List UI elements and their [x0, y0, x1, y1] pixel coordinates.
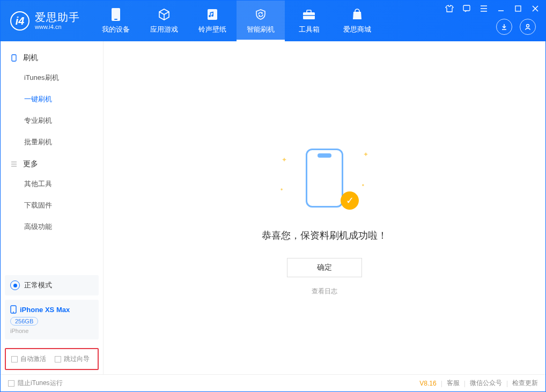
- checkbox-skip-guide[interactable]: 跳过向导: [55, 354, 90, 364]
- svg-rect-4: [307, 10, 311, 13]
- sidebar-item-itunes[interactable]: iTunes刷机: [1, 67, 103, 88]
- main-body: 刷机 iTunes刷机 一键刷机 专业刷机 批量刷机 更多 其他工具 下载固件 …: [1, 41, 545, 374]
- device-capacity: 256GB: [10, 317, 38, 326]
- tab-tools[interactable]: 工具箱: [285, 1, 333, 41]
- sidebar-item-onekey[interactable]: 一键刷机: [1, 88, 103, 110]
- app-url: www.i4.cn: [35, 24, 80, 30]
- main-content: ✦✦•• ✓ 恭喜您，保资料刷机成功啦！ 确定 查看日志: [104, 41, 545, 374]
- wechat-link[interactable]: 微信公众号: [470, 379, 502, 388]
- svg-point-8: [527, 25, 529, 27]
- svg-rect-9: [12, 55, 16, 61]
- mode-card[interactable]: 正常模式: [5, 275, 99, 295]
- statusbar: 阻止iTunes运行 V8.16 | 客服 | 微信公众号 | 检查更新: [1, 374, 545, 391]
- sidebar-item-other[interactable]: 其他工具: [1, 173, 103, 195]
- minimize-icon[interactable]: [496, 4, 506, 13]
- list-icon: [10, 160, 18, 168]
- titlebar: i4 爱思助手 www.i4.cn 我的设备 应用游戏 铃声壁纸 智能刷机: [1, 1, 545, 41]
- sidebar-item-batch[interactable]: 批量刷机: [1, 131, 103, 153]
- tab-store[interactable]: 爱思商城: [333, 1, 381, 41]
- checkbox-block-itunes[interactable]: 阻止iTunes运行: [8, 379, 63, 388]
- tab-ringtones[interactable]: 铃声壁纸: [188, 1, 237, 41]
- checkbox-auto-activate[interactable]: 自动激活: [11, 354, 46, 364]
- tab-device[interactable]: 我的设备: [92, 1, 140, 41]
- success-illustration: ✦✦•• ✓: [292, 149, 357, 213]
- app-name: 爱思助手: [35, 12, 80, 23]
- flash-options: 自动激活 跳过向导: [5, 348, 99, 370]
- refresh-shield-icon: [254, 8, 268, 21]
- logo-icon: i4: [10, 11, 29, 31]
- svg-rect-2: [208, 9, 217, 20]
- bag-icon: [350, 8, 364, 21]
- view-log-link[interactable]: 查看日志: [312, 287, 337, 296]
- toolbox-icon: [302, 8, 316, 21]
- sidebar-item-pro[interactable]: 专业刷机: [1, 110, 103, 131]
- svg-point-11: [13, 312, 14, 313]
- device-card[interactable]: iPhone XS Max 256GB iPhone: [5, 300, 99, 339]
- support-link[interactable]: 客服: [447, 379, 460, 388]
- maximize-icon[interactable]: [513, 4, 523, 13]
- cube-icon: [157, 8, 171, 21]
- device-type: iPhone: [10, 328, 93, 334]
- tab-apps[interactable]: 应用游戏: [140, 1, 188, 41]
- feedback-icon[interactable]: [462, 4, 471, 13]
- tab-flash[interactable]: 智能刷机: [237, 1, 285, 41]
- sidebar-group-more: 更多: [1, 153, 103, 173]
- svg-rect-5: [303, 15, 315, 16]
- sidebar: 刷机 iTunes刷机 一键刷机 专业刷机 批量刷机 更多 其他工具 下载固件 …: [1, 41, 104, 374]
- music-file-icon: [205, 8, 219, 21]
- mode-dot-icon: [10, 280, 20, 290]
- device-phone-icon: [10, 305, 17, 314]
- svg-rect-6: [463, 5, 470, 11]
- main-tabs: 我的设备 应用游戏 铃声壁纸 智能刷机 工具箱 爱思商城: [92, 1, 381, 41]
- download-icon[interactable]: [496, 19, 512, 35]
- app-logo: i4 爱思助手 www.i4.cn: [1, 1, 92, 41]
- phone-icon: [109, 8, 123, 21]
- version-label: V8.16: [419, 380, 436, 387]
- device-name: iPhone XS Max: [20, 306, 70, 314]
- ok-button[interactable]: 确定: [287, 258, 362, 277]
- phone-illustration-icon: [306, 149, 343, 208]
- check-update-link[interactable]: 检查更新: [512, 379, 538, 388]
- close-icon[interactable]: [530, 4, 540, 13]
- header-actions: [496, 19, 536, 35]
- success-message: 恭喜您，保资料刷机成功啦！: [262, 229, 387, 242]
- menu-icon[interactable]: [479, 4, 489, 13]
- tshirt-icon[interactable]: [445, 4, 454, 13]
- sidebar-group-flash: 刷机: [1, 47, 103, 67]
- device-small-icon: [10, 54, 18, 62]
- svg-rect-1: [114, 19, 117, 20]
- mode-label: 正常模式: [24, 280, 52, 290]
- sidebar-item-advanced[interactable]: 高级功能: [1, 216, 103, 238]
- window-controls: [445, 4, 540, 13]
- app-window: i4 爱思助手 www.i4.cn 我的设备 应用游戏 铃声壁纸 智能刷机: [0, 0, 546, 392]
- user-icon[interactable]: [520, 19, 536, 35]
- sidebar-item-firmware[interactable]: 下载固件: [1, 195, 103, 216]
- checkmark-badge-icon: ✓: [341, 191, 359, 210]
- svg-rect-7: [515, 6, 521, 11]
